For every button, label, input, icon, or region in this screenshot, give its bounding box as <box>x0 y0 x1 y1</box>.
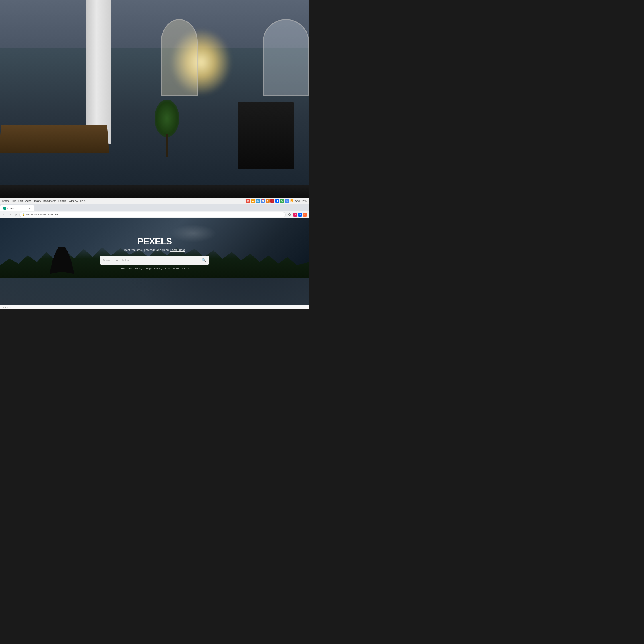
bookmark-icons: ☆ <box>287 212 291 217</box>
plant-leaves <box>155 100 179 137</box>
tab-favicon <box>3 207 6 210</box>
gmail-icon: M <box>246 199 250 203</box>
reload-button[interactable]: ↻ <box>14 213 18 217</box>
office-scene <box>0 0 309 192</box>
laptop-screen: hrome File Edit View History Bookmarks P… <box>0 198 309 309</box>
dropbox-icon: ◆ <box>275 199 279 203</box>
calendar-icon: 20 <box>256 199 260 203</box>
url-bar[interactable]: 🔒 Secure https://www.pexels.com <box>19 212 286 217</box>
menu-help[interactable]: Help <box>80 199 86 202</box>
plant <box>155 100 179 157</box>
suggestion-house[interactable]: house <box>120 267 126 270</box>
tab-title: Pexels <box>7 207 14 210</box>
suggestion-training[interactable]: training <box>135 267 142 270</box>
os-bar-menu: hrome File Edit View History Bookmarks P… <box>2 199 86 202</box>
search-bar[interactable]: Search for free photos... 🔍 <box>100 256 209 265</box>
extension-red: T <box>270 199 274 203</box>
drive-icon: ▲ <box>251 199 255 203</box>
search-suggestions: house blur training vintage meeting phon… <box>100 267 209 270</box>
bottom-status-bar: Searches <box>0 305 309 309</box>
menu-history[interactable]: History <box>33 199 41 202</box>
extension-green: G <box>280 199 284 203</box>
learn-more-link[interactable]: Learn more <box>170 248 185 252</box>
star-icon[interactable]: ☆ <box>287 212 291 217</box>
plant-stem <box>166 134 168 157</box>
photo-background: hrome File Edit View History Bookmarks P… <box>0 0 309 309</box>
laptop-bezel-top <box>0 185 309 198</box>
window-arch-right <box>263 19 309 96</box>
suggestion-more[interactable]: more → <box>181 267 189 270</box>
extension-icons-bar: P ◆ F <box>293 213 307 217</box>
address-bar: ← → ↻ 🔒 Secure https://www.pexels.com ☆ … <box>0 211 309 218</box>
os-menu-bar: hrome File Edit View History Bookmarks P… <box>0 198 309 204</box>
chair <box>238 102 294 169</box>
menu-window[interactable]: Window <box>69 199 78 202</box>
pexels-hero: Browse ▾ License Tools <box>0 218 309 278</box>
dropbox-ext-icon[interactable]: ◆ <box>298 213 302 217</box>
menu-file[interactable]: File <box>12 199 16 202</box>
wifi-icon: 📶 <box>290 199 293 202</box>
desk <box>0 125 109 154</box>
pexels-logo: PEXELS <box>137 236 172 247</box>
office-bg <box>0 0 309 192</box>
extension-blue: S <box>285 199 289 203</box>
search-bar-container: Search for free photos... 🔍 house blur t… <box>100 256 209 270</box>
search-placeholder: Search for free photos... <box>103 259 199 262</box>
white-column <box>86 0 111 144</box>
pexels-website: Browse ▾ License Tools <box>0 218 309 309</box>
lastpass-icon: ● <box>266 199 270 203</box>
secure-icon: 🔒 <box>22 213 25 216</box>
suggestion-meeting[interactable]: meeting <box>154 267 162 270</box>
menu-people[interactable]: People <box>58 199 66 202</box>
hero-content: PEXELS Best free stock photos in one pla… <box>0 218 309 278</box>
suggestion-vintage[interactable]: vintage <box>145 267 152 270</box>
window-arch-left <box>161 19 198 96</box>
tab-close-button[interactable]: ✕ <box>27 206 31 210</box>
os-bar-right: M ▲ 20 📅 ● T ◆ G S 📶 Wed 16:15 <box>244 199 309 203</box>
forward-button[interactable]: → <box>8 213 12 217</box>
os-bar-left: hrome File Edit View History Bookmarks P… <box>0 199 244 202</box>
searches-label: Searches <box>2 306 11 309</box>
suggestion-blur[interactable]: blur <box>129 267 132 270</box>
browser-tab-bar: Pexels ✕ <box>0 204 309 211</box>
search-icon: 🔍 <box>202 258 206 262</box>
feedly-icon[interactable]: F <box>303 213 307 217</box>
google-calendar-icon: 📅 <box>261 199 265 203</box>
menu-view[interactable]: View <box>25 199 31 202</box>
mac-toolbar-icons: M ▲ 20 📅 ● T ◆ G S <box>246 199 289 203</box>
browser-tab-pexels[interactable]: Pexels ✕ <box>0 205 34 211</box>
back-button[interactable]: ← <box>2 213 6 217</box>
hero-subtitle: Best free stock photos in one place. Lea… <box>124 248 185 252</box>
menu-edit[interactable]: Edit <box>18 199 23 202</box>
menu-bookmarks[interactable]: Bookmarks <box>43 199 56 202</box>
url-display: https://www.pexels.com <box>34 213 58 216</box>
secure-label: Secure <box>26 213 33 216</box>
clock-display: Wed 16:15 <box>295 199 307 202</box>
suggestion-phone[interactable]: phone <box>165 267 171 270</box>
suggestion-wood[interactable]: wood <box>173 267 179 270</box>
pinterest-icon[interactable]: P <box>293 213 297 217</box>
menu-chrome[interactable]: hrome <box>2 199 10 202</box>
